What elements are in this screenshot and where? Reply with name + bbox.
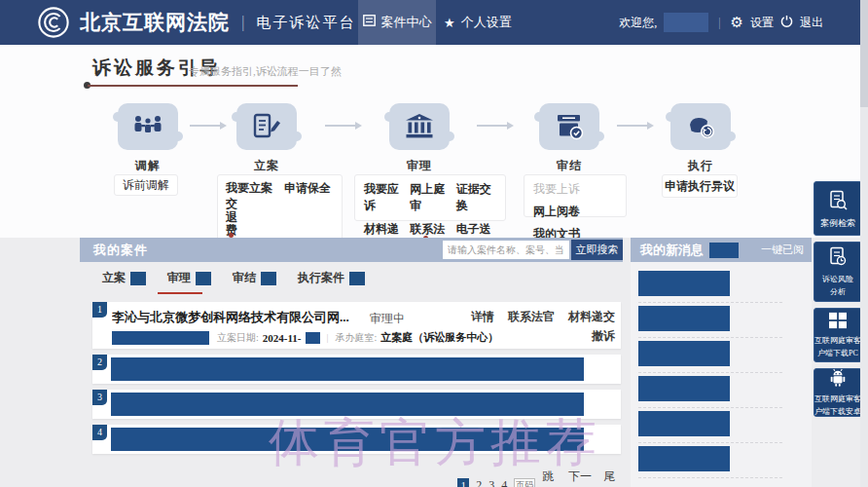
case-row-3[interactable]: 3 — [92, 390, 621, 419]
risk-analysis-icon — [827, 246, 849, 272]
scrollbar-thumb[interactable] — [860, 0, 868, 107]
case-search-input[interactable] — [443, 241, 569, 259]
link-execution-objection[interactable]: 申请执行异议 — [665, 179, 735, 193]
guide-subtitle: 专属服务指引,诉讼流程一目了然 — [189, 64, 342, 79]
case-number-redacted — [112, 331, 209, 345]
case-row-2[interactable]: 2 — [92, 355, 621, 384]
side-button-label: 户端下载安卓 — [814, 407, 861, 417]
risk-analysis-button[interactable]: 诉讼风险 分析 — [814, 242, 862, 302]
stage-trial: 审理 — [388, 103, 451, 174]
nav-case-center[interactable]: 案件中心 — [358, 0, 436, 45]
messages-header: 我的新消息 一键已阅 — [631, 238, 812, 262]
star-icon: ★ — [444, 17, 455, 29]
link-file-case[interactable]: 我要立案 — [226, 180, 272, 197]
row-number: 4 — [92, 425, 107, 440]
court-value: 立案庭（诉讼服务中心） — [380, 330, 498, 345]
tab-label: 执行案件 — [298, 270, 344, 286]
side-button-label: 诉讼风险 — [822, 275, 853, 284]
my-cases-title: 我的案件 — [93, 242, 148, 259]
message-item-redacted[interactable] — [638, 306, 730, 331]
case-row-1[interactable]: 1 李沁与北京微梦创科网络技术有限公司网... 审理中 详情 联系法官 材料递交… — [92, 302, 621, 349]
pagination: 1 2 3 4 跳转 下一页 尾页 — [457, 468, 623, 487]
windows-icon — [828, 312, 848, 333]
case-tabs: 立案 审理 审结 执行案件 — [102, 270, 365, 294]
link-evidence-exchange[interactable]: 证据交换 — [456, 181, 496, 214]
link-apply-preservation[interactable]: 申请保全 — [284, 180, 331, 197]
tab-filing[interactable]: 立案 — [102, 270, 146, 294]
message-divider — [638, 477, 782, 478]
side-button-label: 互联网庭审客 — [814, 394, 861, 404]
stage-mediation: 调解 — [117, 103, 179, 174]
side-button-label: 分析 — [830, 287, 846, 297]
stage-label: 调解 — [117, 158, 179, 174]
link-online-trial[interactable]: 网上庭审 — [410, 181, 450, 214]
card-execution-links: 申请执行异议 — [662, 174, 738, 198]
tab-label: 审结 — [233, 270, 256, 286]
action-submit-materials[interactable]: 材料递交 — [568, 309, 615, 325]
nav-personal-settings[interactable]: ★ 个人设置 — [444, 0, 512, 45]
page-3[interactable]: 3 — [488, 478, 494, 487]
link-pretrial-mediation[interactable]: 诉前调解 — [123, 178, 169, 192]
case-title[interactable]: 李沁与北京微梦创科网络技术有限公司网... — [112, 309, 349, 326]
count-badge-redacted — [196, 272, 211, 285]
message-divider — [638, 337, 782, 338]
side-button-label: 户端下载PC — [817, 349, 858, 358]
mark-all-read-button[interactable]: 一键已阅 — [761, 243, 804, 257]
page-2[interactable]: 2 — [476, 478, 482, 487]
android-client-download-button[interactable]: 互联网庭审客 户端下载安卓 — [814, 368, 862, 417]
message-divider — [638, 442, 782, 443]
card-filing-links: 我要立案 申请保全 交退费 — [217, 174, 343, 242]
archive-check-icon — [539, 103, 599, 150]
last-page-button[interactable]: 尾页 — [603, 468, 623, 487]
guide-underline — [88, 85, 298, 87]
username-redacted — [664, 13, 708, 32]
courthouse-icon — [389, 103, 450, 150]
tab-trial[interactable]: 审理 — [167, 270, 211, 294]
link-respond-suit[interactable]: 我要应诉 — [364, 181, 404, 214]
platform-name: 电子诉讼平台 — [256, 14, 355, 32]
page-4[interactable]: 4 — [501, 478, 507, 487]
page-number-input[interactable] — [514, 478, 535, 487]
tab-label: 审理 — [167, 270, 191, 286]
side-button-label: 案例检索 — [820, 218, 855, 228]
top-header: 北京互联网法院 | 电子诉讼平台 案件中心 ★ 个人设置 欢迎您, | ⚙ 设置 — [0, 0, 868, 45]
link-appeal: 我要上诉 — [533, 181, 580, 198]
power-icon[interactable] — [780, 15, 793, 31]
case-content-redacted — [111, 428, 584, 451]
mediation-icon — [118, 103, 178, 150]
card-conclusion-links: 我要上诉 网上阅卷 我的文书 — [524, 174, 627, 217]
welcome-text: 欢迎您, — [619, 15, 657, 31]
tab-concluded[interactable]: 审结 — [233, 270, 276, 294]
android-icon — [828, 368, 848, 392]
action-withdraw[interactable]: 撤诉 — [592, 328, 615, 345]
link-online-file-review[interactable]: 网上阅卷 — [533, 204, 580, 220]
gear-icon[interactable]: ⚙ — [731, 16, 743, 30]
message-item-redacted[interactable] — [638, 446, 730, 471]
tab-execution-cases[interactable]: 执行案件 — [298, 270, 365, 294]
jump-button[interactable]: 跳转 — [542, 468, 561, 487]
flow-arrow-icon — [477, 125, 512, 127]
settings-link[interactable]: 设置 — [750, 15, 774, 31]
logout-link[interactable]: 退出 — [800, 15, 823, 31]
action-contact-judge[interactable]: 联系法官 — [508, 309, 555, 325]
message-item-redacted[interactable] — [638, 376, 730, 401]
row-number: 3 — [92, 390, 107, 405]
case-search-icon — [827, 190, 849, 215]
next-page-button[interactable]: 下一页 — [568, 468, 597, 487]
search-now-button[interactable]: 立即搜索 — [571, 240, 623, 260]
pc-client-download-button[interactable]: 互联网庭审客 户端下载PC — [814, 308, 862, 362]
message-item-redacted[interactable] — [638, 271, 730, 296]
case-row-4[interactable]: 4 — [92, 425, 621, 454]
case-search-tool-button[interactable]: 案例检索 — [814, 181, 862, 236]
page-1[interactable]: 1 — [457, 478, 469, 487]
message-item-redacted[interactable] — [638, 341, 730, 366]
page-scrollbar[interactable] — [860, 0, 868, 487]
count-badge-redacted — [261, 272, 276, 285]
filing-date-value: 2024-11- — [263, 332, 302, 344]
message-item-redacted[interactable] — [638, 411, 730, 436]
message-divider — [638, 372, 782, 373]
stage-filing: 立案 — [235, 103, 298, 174]
action-details[interactable]: 详情 — [471, 309, 494, 325]
link-pay-refund-fee[interactable]: 交退费 — [226, 198, 240, 238]
filing-icon — [236, 103, 297, 150]
